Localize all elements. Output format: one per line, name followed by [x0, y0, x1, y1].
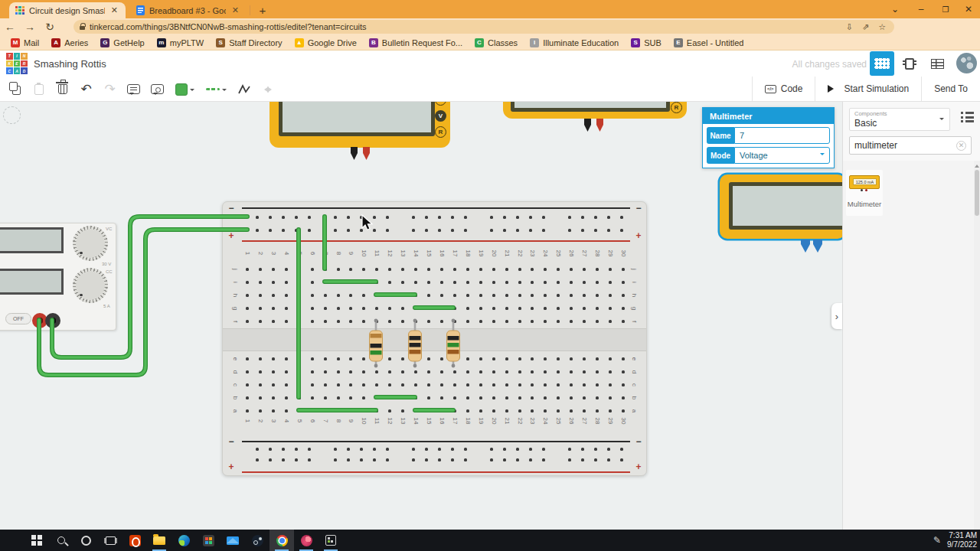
- breadboard-hole[interactable]: [373, 229, 376, 232]
- breadboard-hole[interactable]: [388, 396, 391, 399]
- breadboard-hole[interactable]: [269, 448, 272, 451]
- breadboard-hole[interactable]: [349, 320, 352, 323]
- taskbar-app-snip[interactable]: [318, 530, 343, 551]
- bookmark-item[interactable]: SStaff Directory: [216, 38, 283, 47]
- taskbar-app-paint[interactable]: [294, 530, 318, 551]
- start-simulation-button[interactable]: Start Simulation: [815, 77, 921, 101]
- multimeter-1[interactable]: A V R: [270, 102, 450, 148]
- breadboard-hole[interactable]: [362, 281, 365, 284]
- breadboard-hole[interactable]: [622, 396, 625, 399]
- breadboard-hole[interactable]: [246, 357, 249, 360]
- breadboard-hole[interactable]: [256, 216, 259, 219]
- breadboard-hole[interactable]: [259, 383, 262, 386]
- taskbar-app-cortana[interactable]: [74, 530, 98, 551]
- list-view-toggle-icon[interactable]: [961, 112, 974, 122]
- breadboard-hole[interactable]: [518, 383, 521, 386]
- breadboard-hole[interactable]: [349, 268, 352, 271]
- breadboard-hole[interactable]: [529, 229, 532, 232]
- breadboard-hole[interactable]: [388, 370, 391, 373]
- breadboard-hole[interactable]: [570, 396, 573, 399]
- breadboard-hole[interactable]: [311, 268, 314, 271]
- breadboard-hole[interactable]: [347, 448, 350, 451]
- breadboard-hole[interactable]: [375, 357, 378, 360]
- breadboard-hole[interactable]: [531, 396, 534, 399]
- breadboard-hole[interactable]: [479, 281, 482, 284]
- breadboard-hole[interactable]: [544, 383, 547, 386]
- breadboard-hole[interactable]: [503, 216, 506, 219]
- breadboard-hole[interactable]: [622, 307, 625, 310]
- component-search[interactable]: ✕: [849, 136, 972, 155]
- breadboard-hole[interactable]: [272, 409, 275, 412]
- breadboard-hole[interactable]: [272, 281, 275, 284]
- breadboard-hole[interactable]: [311, 294, 314, 297]
- breadboard-hole[interactable]: [492, 396, 495, 399]
- breadboard-hole[interactable]: [557, 409, 560, 412]
- breadboard-hole[interactable]: [373, 216, 376, 219]
- breadboard-hole[interactable]: [440, 268, 443, 271]
- breadboard-hole[interactable]: [453, 268, 456, 271]
- breadboard-hole[interactable]: [412, 448, 415, 451]
- breadboard-hole[interactable]: [440, 396, 443, 399]
- breadboard-hole[interactable]: [272, 268, 275, 271]
- breadboard-hole[interactable]: [427, 409, 430, 412]
- breadboard-hole[interactable]: [427, 357, 430, 360]
- breadboard-hole[interactable]: [347, 216, 350, 219]
- breadboard-hole[interactable]: [544, 396, 547, 399]
- bookmark-star-icon[interactable]: ☆: [876, 22, 888, 32]
- bookmark-item[interactable]: BBulletin Request Fo...: [369, 38, 462, 47]
- psu-negative-terminal[interactable]: [45, 313, 60, 328]
- breadboard-hole[interactable]: [375, 294, 378, 297]
- breadboard-hole[interactable]: [583, 320, 586, 323]
- breadboard-hole[interactable]: [583, 396, 586, 399]
- breadboard-hole[interactable]: [544, 409, 547, 412]
- breadboard-hole[interactable]: [622, 370, 625, 373]
- breadboard-hole[interactable]: [568, 216, 571, 219]
- breadboard-hole[interactable]: [375, 307, 378, 310]
- breadboard-hole[interactable]: [453, 307, 456, 310]
- breadboard-hole[interactable]: [414, 281, 417, 284]
- breadboard-hole[interactable]: [503, 229, 506, 232]
- breadboard-hole[interactable]: [531, 268, 534, 271]
- breadboard-hole[interactable]: [401, 281, 404, 284]
- breadboard-hole[interactable]: [609, 268, 612, 271]
- breadboard-hole[interactable]: [542, 448, 545, 451]
- breadboard-hole[interactable]: [492, 294, 495, 297]
- multimeter2-black-probe[interactable]: [584, 119, 591, 132]
- breadboard-hole[interactable]: [349, 370, 352, 373]
- breadboard-hole[interactable]: [583, 281, 586, 284]
- breadboard-hole[interactable]: [609, 320, 612, 323]
- multimeter-volts-button[interactable]: V: [435, 110, 446, 122]
- breadboard-hole[interactable]: [337, 268, 340, 271]
- close-button[interactable]: ✕: [957, 0, 980, 18]
- breadboard-hole[interactable]: [438, 216, 441, 219]
- panel-scrollbar[interactable]: [974, 161, 980, 530]
- paste-button[interactable]: [27, 79, 51, 99]
- breadboard-hole[interactable]: [401, 383, 404, 386]
- breadboard-hole[interactable]: [259, 320, 262, 323]
- breadboard-hole[interactable]: [272, 383, 275, 386]
- bookmark-item[interactable]: AAeries: [51, 38, 88, 47]
- breadboard-hole[interactable]: [479, 268, 482, 271]
- mirror-button[interactable]: [256, 79, 279, 99]
- breadboard-hole[interactable]: [362, 383, 365, 386]
- breadboard-hole[interactable]: [324, 307, 327, 310]
- breadboard-hole[interactable]: [505, 268, 508, 271]
- minimize-button[interactable]: –: [910, 0, 933, 18]
- multimeter-component-card[interactable]: 125.0 mA Multimeter: [846, 170, 883, 216]
- breadboard-hole[interactable]: [542, 216, 545, 219]
- breadboard-hole[interactable]: [492, 320, 495, 323]
- breadboard-hole[interactable]: [282, 448, 285, 451]
- breadboard-hole[interactable]: [531, 409, 534, 412]
- breadboard-hole[interactable]: [609, 307, 612, 310]
- breadboard-hole[interactable]: [583, 370, 586, 373]
- breadboard-hole[interactable]: [453, 357, 456, 360]
- bookmark-item[interactable]: IIlluminate Education: [530, 38, 619, 47]
- breadboard-hole[interactable]: [518, 320, 521, 323]
- breadboard-hole[interactable]: [492, 370, 495, 373]
- breadboard-hole[interactable]: [479, 320, 482, 323]
- breadboard-hole[interactable]: [324, 281, 327, 284]
- breadboard-hole[interactable]: [596, 383, 599, 386]
- breadboard-hole[interactable]: [440, 409, 443, 412]
- multimeter-3-selected[interactable]: [720, 174, 845, 239]
- breadboard-hole[interactable]: [609, 409, 612, 412]
